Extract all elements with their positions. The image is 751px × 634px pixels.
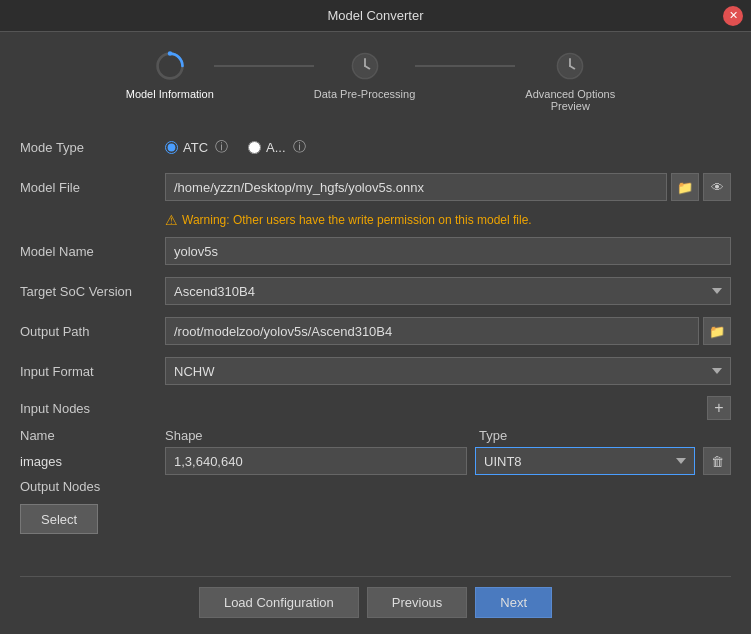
mode-type-label: Mode Type [20,140,165,155]
output-nodes-label: Output Nodes [20,479,165,494]
step1-label: Model Information [126,88,214,100]
input-nodes-label: Input Nodes [20,401,165,416]
target-soc-row: Target SoC Version Ascend310B4 [20,276,731,306]
output-path-label: Output Path [20,324,165,339]
a-radio-option[interactable]: A... ⓘ [248,138,306,156]
step2-label: Data Pre-Processing [314,88,416,100]
output-path-browse-button[interactable]: 📁 [703,317,731,345]
mode-type-row: Mode Type ATC ⓘ A... ⓘ [20,132,731,162]
model-name-input[interactable] [165,237,731,265]
model-file-input-group: 📁 👁 [165,173,731,201]
target-soc-label: Target SoC Version [20,284,165,299]
title-bar: Model Converter ✕ [0,0,751,32]
warning-icon: ⚠ [165,212,178,228]
atc-label: ATC [183,140,208,155]
mode-type-radio-group: ATC ⓘ A... ⓘ [165,138,306,156]
add-input-node-button[interactable]: + [707,396,731,420]
model-file-input[interactable] [165,173,667,201]
close-button[interactable]: ✕ [723,6,743,26]
model-file-row: Model File 📁 👁 [20,172,731,202]
node-shape-cell [165,447,467,475]
output-path-input[interactable] [165,317,699,345]
close-icon: ✕ [729,9,738,22]
add-icon: + [714,399,723,417]
a-label: A... [266,140,286,155]
footer: Load Configuration Previous Next [20,576,731,618]
delete-node-button[interactable]: 🗑 [703,447,731,475]
previous-button[interactable]: Previous [367,587,468,618]
step-advanced-options[interactable]: Advanced Options Preview [515,48,625,112]
input-nodes-table-header: Name Shape Type [20,428,731,443]
folder-icon: 📁 [677,180,693,195]
step-data-preprocessing[interactable]: Data Pre-Processing [314,48,416,100]
col-name-header: Name [20,428,165,443]
node-name-cell: images [20,454,157,469]
node-shape-input[interactable] [165,447,467,475]
node-type-select[interactable]: UINT8 [475,447,695,475]
connector-2 [415,65,515,67]
input-nodes-section-header: Input Nodes + [20,396,731,420]
delete-icon: 🗑 [711,454,724,469]
select-output-nodes-area: Select [20,504,731,534]
model-file-label: Model File [20,180,165,195]
folder-icon-2: 📁 [709,324,725,339]
output-path-input-group: 📁 [165,317,731,345]
step-model-information[interactable]: Model Information [126,48,214,100]
stepper: Model Information Data Pre-Processing [20,48,731,112]
svg-point-1 [168,51,172,55]
atc-radio-option[interactable]: ATC ⓘ [165,138,228,156]
input-format-select[interactable]: NCHW [165,357,731,385]
form-area: Mode Type ATC ⓘ A... ⓘ Model File [20,132,731,568]
warning-row: ⚠ Warning: Other users have the write pe… [165,212,731,228]
next-button[interactable]: Next [475,587,552,618]
output-path-row: Output Path 📁 [20,316,731,346]
atc-radio[interactable] [165,141,178,154]
col-type-header: Type [479,428,699,443]
atc-help-icon[interactable]: ⓘ [215,138,228,156]
input-format-row: Input Format NCHW [20,356,731,386]
model-file-browse-button[interactable]: 📁 [671,173,699,201]
load-configuration-button[interactable]: Load Configuration [199,587,359,618]
eye-icon: 👁 [711,180,724,195]
node-type-cell: UINT8 [475,447,695,475]
col-shape-header: Shape [165,428,479,443]
input-format-label: Input Format [20,364,165,379]
target-soc-select[interactable]: Ascend310B4 [165,277,731,305]
model-file-preview-button[interactable]: 👁 [703,173,731,201]
model-name-label: Model Name [20,244,165,259]
model-name-row: Model Name [20,236,731,266]
input-node-row: images UINT8 🗑 [20,447,731,475]
a-help-icon[interactable]: ⓘ [293,138,306,156]
window-title: Model Converter [327,8,423,23]
a-radio[interactable] [248,141,261,154]
connector-1 [214,65,314,67]
output-nodes-row: Output Nodes [20,479,731,494]
warning-text: Warning: Other users have the write perm… [182,213,532,227]
select-output-nodes-button[interactable]: Select [20,504,98,534]
step3-label: Advanced Options Preview [515,88,625,112]
